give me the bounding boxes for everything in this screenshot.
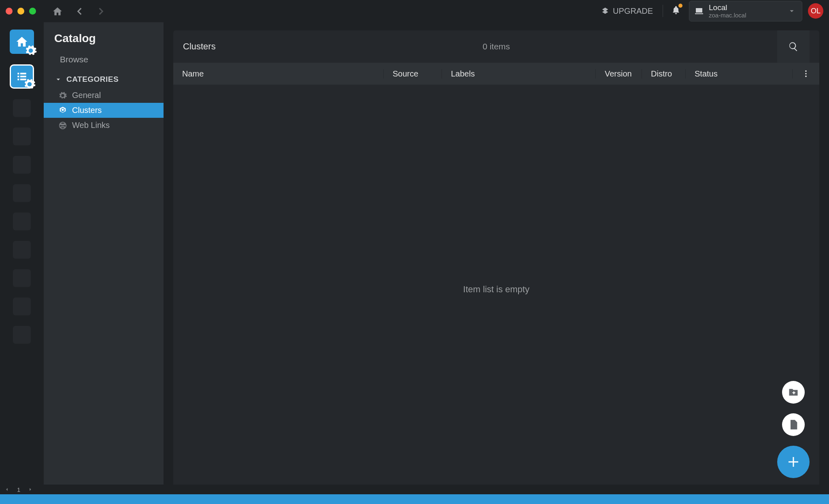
table-header: Name Source Labels Version Distro Status [173,63,819,85]
pager: 1 [0,485,829,494]
sidebar-item-label: Web Links [72,121,110,130]
sidebar-categories-header[interactable]: CATEGORIES [44,68,164,88]
upgrade-button[interactable]: UPGRADE [597,4,657,18]
sidebar-title: Catalog [44,30,164,51]
window-close-button[interactable] [6,8,13,15]
panel-header: Clusters 0 items [173,30,819,63]
main-content: Clusters 0 items Name Source Labels Vers… [164,22,829,494]
empty-state: Item list is empty [173,85,819,494]
more-vert-icon [801,69,810,78]
pager-current: 1 [17,486,20,493]
sidebar: Catalog Browse CATEGORIES General Cluste… [44,22,164,494]
chevron-down-icon [54,75,62,83]
sidebar-item-label: Browse [60,55,88,64]
titlebar: UPGRADE Local zoa-mac.local OL [0,0,829,22]
search-button[interactable] [777,30,810,63]
column-labels[interactable]: Labels [442,69,596,79]
home-icon[interactable] [52,6,63,17]
activity-placeholder[interactable] [13,241,31,259]
activity-placeholder[interactable] [13,128,31,145]
upgrade-label: UPGRADE [613,6,653,16]
column-menu-button[interactable] [793,69,819,78]
avatar[interactable]: OL [808,3,823,19]
pager-next-icon[interactable] [28,487,33,492]
window-minimize-button[interactable] [17,8,24,15]
gear-icon [58,91,67,100]
sidebar-item-browse[interactable]: Browse [44,51,164,68]
search-icon [788,41,799,52]
activity-placeholder[interactable] [13,156,31,174]
host-sub: zoa-mac.local [709,12,746,19]
upgrade-icon [601,6,610,15]
column-version[interactable]: Version [596,69,642,79]
fab-add-button[interactable] [777,446,810,478]
column-name[interactable]: Name [173,69,384,79]
panel-title: Clusters [183,41,216,52]
sidebar-item-clusters[interactable]: Clusters [44,103,164,118]
activity-bar [0,22,44,494]
laptop-icon [694,6,704,16]
column-distro[interactable]: Distro [642,69,686,79]
activity-catalog-button[interactable] [10,64,34,89]
window-controls [6,8,36,15]
file-icon [788,419,799,430]
activity-placeholder[interactable] [13,326,31,344]
nav-icons [52,6,106,17]
activity-placeholder[interactable] [13,213,31,230]
fab-add-folder[interactable] [782,381,805,404]
column-source[interactable]: Source [384,69,442,79]
kubernetes-icon [58,106,67,115]
notifications-button[interactable] [669,3,683,19]
sidebar-item-weblinks[interactable]: Web Links [44,118,164,133]
svg-point-2 [805,76,807,77]
plus-icon [786,455,801,469]
globe-icon [58,121,67,130]
avatar-initials: OL [811,7,820,15]
svg-point-0 [805,70,807,72]
divider [663,5,663,17]
host-selector[interactable]: Local zoa-mac.local [689,1,802,21]
activity-placeholder[interactable] [13,298,31,315]
chevron-down-icon [787,6,796,15]
empty-label: Item list is empty [463,284,529,295]
categories-label: CATEGORIES [66,75,119,84]
back-icon[interactable] [74,6,85,17]
activity-home-button[interactable] [10,30,34,54]
folder-plus-icon [788,387,799,398]
fab-add-file[interactable] [782,413,805,436]
svg-point-1 [805,73,807,74]
sidebar-item-label: Clusters [72,106,102,115]
pager-prev-icon[interactable] [4,487,10,492]
host-text: Local zoa-mac.local [709,4,746,19]
forward-icon[interactable] [96,6,106,17]
item-count: 0 items [483,42,510,51]
window-zoom-button[interactable] [29,8,36,15]
sidebar-item-general[interactable]: General [44,88,164,103]
clusters-panel: Clusters 0 items Name Source Labels Vers… [173,30,819,494]
activity-placeholder[interactable] [13,269,31,287]
activity-placeholder[interactable] [13,184,31,202]
host-name: Local [709,4,746,12]
fab-stack [777,381,810,478]
activity-placeholder[interactable] [13,99,31,117]
notification-badge [678,4,682,8]
sidebar-item-label: General [72,91,101,100]
column-status[interactable]: Status [686,69,793,79]
gear-icon[interactable] [24,44,37,57]
gear-icon[interactable] [23,78,36,91]
status-bar [0,494,829,504]
